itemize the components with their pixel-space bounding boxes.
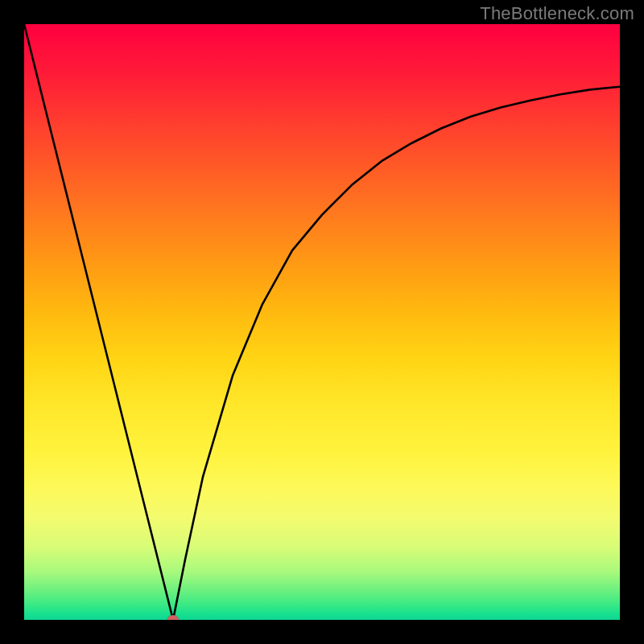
vertex-marker: [167, 615, 179, 620]
plot-area: [24, 24, 620, 620]
bottleneck-curve: [24, 24, 620, 620]
watermark-text: TheBottleneck.com: [480, 3, 634, 24]
curve-layer: [24, 24, 620, 620]
chart-frame: TheBottleneck.com: [0, 0, 644, 644]
